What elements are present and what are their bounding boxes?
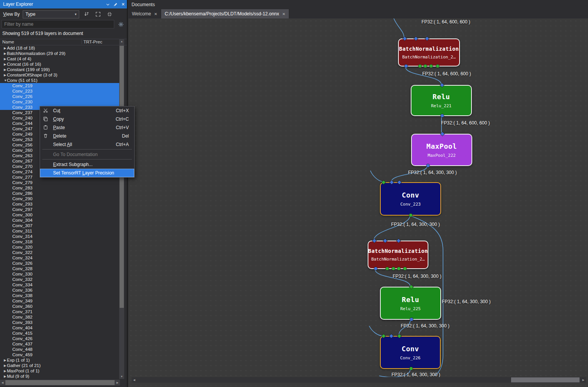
tree-item-conv_307[interactable]: Conv_307: [0, 223, 120, 228]
tree-group-exp[interactable]: ▶Exp (1 of 1): [0, 357, 120, 363]
canvas-horizontal-scrollbar[interactable]: ◀ ▶: [132, 377, 586, 383]
tree-item-conv_336[interactable]: Conv_336: [0, 287, 120, 293]
graph-node-relu_225[interactable]: ReluRelu_225: [380, 287, 441, 320]
chevron-collapsed-icon[interactable]: ▶: [0, 368, 6, 374]
output-port[interactable]: [410, 367, 413, 370]
tree-group-gather[interactable]: ▶Gather (21 of 21): [0, 363, 120, 368]
tree-group-constant[interactable]: ▶Constant (199 of 199): [0, 67, 120, 72]
tree-item-conv_448[interactable]: Conv_448: [0, 347, 120, 352]
chevron-collapsed-icon[interactable]: ▶: [0, 56, 6, 61]
chevron-collapsed-icon[interactable]: ▶: [0, 72, 6, 78]
tree-item-conv_297[interactable]: Conv_297: [0, 207, 120, 212]
tree-item-conv_286[interactable]: Conv_286: [0, 191, 120, 196]
collapse-all-button[interactable]: [105, 10, 114, 18]
tree-item-conv_318[interactable]: Conv_318: [0, 239, 120, 244]
tree-item-conv_219[interactable]: Conv_219: [0, 83, 120, 88]
tree-item-conv_332[interactable]: Conv_332: [0, 277, 120, 282]
graph-node-batchnormalization_2[interactable]: BatchNormalizationBatchNormalization_2…: [368, 241, 428, 269]
document-tab-model[interactable]: C:/Users/kbensema/Projects/DLDT/Models/s…: [161, 9, 289, 18]
sort-button[interactable]: [82, 10, 91, 18]
tree-item-conv_404[interactable]: Conv_404: [0, 325, 120, 331]
output-port[interactable]: [410, 318, 413, 321]
tree-item-conv_328[interactable]: Conv_328: [0, 266, 120, 271]
scroll-left-arrow[interactable]: ◀: [132, 377, 137, 383]
tree-item-conv_326[interactable]: Conv_326: [0, 261, 120, 266]
graph-canvas[interactable]: ◀ ▶ BatchNormalizationBatchNormalization…: [128, 18, 588, 387]
output-port[interactable]: [436, 65, 439, 68]
graph-node-conv_226[interactable]: ConvConv_226: [380, 336, 441, 369]
output-port[interactable]: [409, 214, 412, 217]
tree-item-conv_304[interactable]: Conv_304: [0, 218, 120, 223]
tree-group-maxpool[interactable]: ▶MaxPool (1 of 1): [0, 368, 120, 374]
graph-node-relu_221[interactable]: ReluRelu_221: [411, 85, 472, 116]
tree-item-conv_223[interactable]: Conv_223: [0, 88, 120, 94]
tree-group-cast[interactable]: ▶Cast (4 of 4): [0, 56, 120, 61]
output-port[interactable]: [441, 114, 444, 117]
filter-settings-button[interactable]: [116, 20, 125, 28]
close-icon[interactable]: ✕: [119, 1, 127, 7]
tab-close-icon[interactable]: ✕: [154, 12, 157, 16]
tree-item-conv_338[interactable]: Conv_338: [0, 293, 120, 298]
chevron-collapsed-icon[interactable]: ▶: [0, 374, 6, 379]
tree-item-conv_226[interactable]: Conv_226: [0, 94, 120, 99]
menu-item-select-all[interactable]: Select AllCtrl+A: [40, 140, 134, 149]
tree-group-mul[interactable]: ▶Mul (9 of 9): [0, 374, 120, 379]
graph-node-batchnormalization_2[interactable]: BatchNormalizationBatchNormalization_2…: [398, 38, 460, 66]
tree-item-conv_371[interactable]: Conv_371: [0, 309, 120, 314]
tree-item-conv_293[interactable]: Conv_293: [0, 201, 120, 207]
tree-group-conv[interactable]: ▼Conv (51 of 51): [0, 78, 120, 83]
chevron-collapsed-icon[interactable]: ▶: [0, 51, 6, 56]
output-port[interactable]: [374, 267, 377, 270]
pin-icon[interactable]: [112, 1, 119, 7]
layer-explorer-titlebar[interactable]: Layer Explorer ✕: [0, 0, 127, 8]
tree-group-add[interactable]: ▶Add (18 of 18): [0, 45, 120, 51]
graph-node-conv_223[interactable]: ConvConv_223: [380, 182, 441, 216]
chevron-collapsed-icon[interactable]: ▶: [0, 61, 6, 67]
scroll-down-arrow[interactable]: ▼: [119, 374, 124, 379]
view-by-dropdown[interactable]: Type ▾: [23, 10, 79, 18]
tree-item-conv_426[interactable]: Conv_426: [0, 336, 120, 341]
output-port[interactable]: [424, 65, 427, 68]
menu-item-set-tensorrt-layer-precision[interactable]: Set TensorRT Layer Precision: [40, 169, 134, 177]
tab-close-icon[interactable]: ✕: [282, 12, 285, 16]
output-port[interactable]: [430, 65, 433, 68]
tree-item-conv_437[interactable]: Conv_437: [0, 341, 120, 347]
menu-item-extract-subgraph[interactable]: Extract Subgraph...: [40, 160, 134, 169]
tree-item-conv_330[interactable]: Conv_330: [0, 271, 120, 277]
document-tab-welcome[interactable]: Welcome✕: [128, 9, 161, 18]
tree-item-conv_382[interactable]: Conv_382: [0, 314, 120, 320]
chevron-collapsed-icon[interactable]: ▶: [0, 363, 6, 368]
tree-item-conv_300[interactable]: Conv_300: [0, 212, 120, 218]
chevron-collapsed-icon[interactable]: ▶: [0, 357, 6, 363]
graph-edge[interactable]: [374, 216, 410, 241]
chevron-collapsed-icon[interactable]: ▶: [0, 67, 6, 72]
tree-item-conv_320[interactable]: Conv_320: [0, 244, 120, 250]
scroll-up-arrow[interactable]: ▲: [119, 39, 124, 44]
tree-group-batchnormalization[interactable]: ▶BatchNormalization (29 of 29): [0, 51, 120, 56]
tree-item-conv_322[interactable]: Conv_322: [0, 250, 120, 255]
scroll-left-arrow[interactable]: ◀: [0, 380, 5, 385]
scroll-right-arrow[interactable]: ▶: [581, 377, 586, 383]
tree-group-concat[interactable]: ▶Concat (16 of 16): [0, 61, 120, 67]
output-port[interactable]: [397, 267, 400, 270]
menu-item-paste[interactable]: PasteCtrl+V: [40, 123, 134, 132]
tree-item-conv_314[interactable]: Conv_314: [0, 234, 120, 239]
column-header-name[interactable]: Name: [2, 40, 14, 44]
tree-item-conv_279[interactable]: Conv_279: [0, 180, 120, 185]
output-port[interactable]: [386, 267, 389, 270]
tree-item-conv_349[interactable]: Conv_349: [0, 298, 120, 304]
column-header-trt-prec[interactable]: TRT-Prec: [82, 40, 102, 44]
tree-item-conv_360[interactable]: Conv_360: [0, 304, 120, 309]
chevron-expanded-icon[interactable]: ▼: [0, 78, 6, 83]
expand-all-button[interactable]: [94, 10, 102, 18]
tree-item-conv_311[interactable]: Conv_311: [0, 228, 120, 234]
menu-item-cut[interactable]: CutCtrl+X: [40, 106, 134, 115]
output-port[interactable]: [403, 267, 406, 270]
scroll-right-arrow[interactable]: ▶: [115, 380, 120, 385]
tree-vertical-scrollbar[interactable]: ▲ ▼: [119, 39, 124, 379]
tree-item-conv_230[interactable]: Conv_230: [0, 99, 120, 105]
tree-item-conv_393[interactable]: Conv_393: [0, 320, 120, 325]
output-port[interactable]: [392, 267, 395, 270]
menu-item-delete[interactable]: DeleteDel: [40, 132, 134, 140]
tree-horizontal-scrollbar[interactable]: ◀ ▶: [0, 380, 120, 385]
